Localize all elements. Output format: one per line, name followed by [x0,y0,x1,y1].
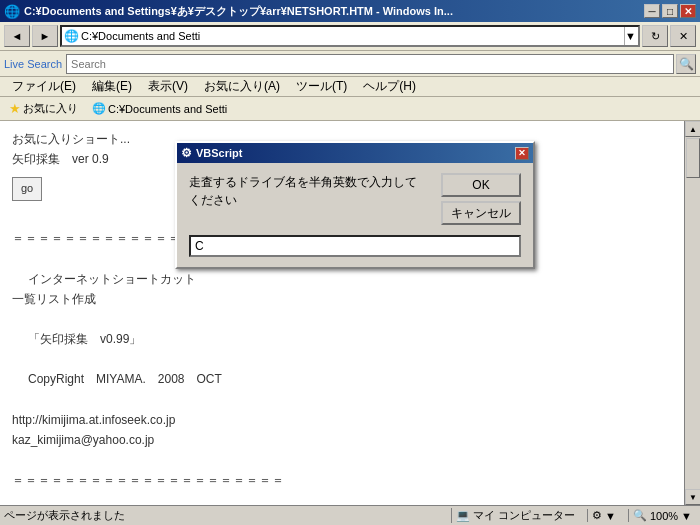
menu-file[interactable]: ファイル(E) [4,76,84,97]
zoom-arrow: ▼ [681,510,692,522]
computer-section: 💻 マイ コンピューター [451,508,579,523]
ie-icon: 🌐 [4,3,20,19]
menu-tools[interactable]: ツール(T) [288,76,355,97]
stop-button[interactable]: ✕ [670,25,696,47]
zoom-icon: 🔍 [633,509,647,522]
search-bar: Live Search 🔍 [0,50,700,76]
address-dropdown[interactable]: ▼ [624,27,636,45]
search-input-box[interactable] [66,54,674,74]
close-button[interactable]: ✕ [680,4,696,18]
copyright: CopyRight MIYAMA. 2008 OCT [12,370,672,389]
fav-label-1: C:¥Documents and Setti [108,103,227,115]
restore-button[interactable]: □ [662,4,678,18]
section-sub: 一覧リスト作成 [12,290,672,309]
settings-arrow: ▼ [605,510,616,522]
zoom-label: 100% [650,510,678,522]
window-title: C:¥Documents and Settings¥あ¥デスクトップ¥arr¥N… [24,4,644,19]
app-title: 「矢印採集 v0.99」 [12,330,672,349]
status-text: ページが表示されました [4,508,447,523]
dialog-close-button[interactable]: ✕ [515,147,529,160]
settings-icon: ⚙ [592,509,602,522]
dialog-title-text: VBScript [196,147,515,159]
content-area: お気に入りショート... 矢印採集 ver 0.9 go ＝＝＝＝＝＝＝＝＝＝＝… [0,121,700,505]
status-right: 💻 マイ コンピューター ⚙ ▼ 🔍 100% ▼ [451,508,696,523]
live-search-label: Live Search [4,58,62,70]
dialog-body: 走査するドライブ名を半角英数で入力して ください OK キャンセル [177,163,533,235]
favorites-label: お気に入り [23,101,78,116]
dialog-message-line2: ください [189,191,431,209]
menu-help[interactable]: ヘルプ(H) [355,76,424,97]
menu-bar: ファイル(E) 編集(E) 表示(V) お気に入り(A) ツール(T) ヘルプ(… [0,77,700,97]
favorites-button[interactable]: ★ お気に入り [4,100,83,118]
dialog-buttons: OK キャンセル [441,173,521,225]
fav-item-1[interactable]: 🌐 C:¥Documents and Setti [87,100,232,118]
search-input[interactable] [71,58,669,70]
address-text: C:¥Documents and Setti [81,30,622,42]
menu-view[interactable]: 表示(V) [140,76,196,97]
favorites-bar: ★ お気に入り 🌐 C:¥Documents and Setti [0,97,700,121]
status-bar: ページが表示されました 💻 マイ コンピューター ⚙ ▼ 🔍 100% ▼ [0,505,700,525]
fav-icon-1: 🌐 [92,102,106,115]
zoom-section[interactable]: 🔍 100% ▼ [628,509,696,522]
dialog-input-area [177,235,533,267]
title-bar: 🌐 C:¥Documents and Settings¥あ¥デスクトップ¥arr… [0,0,700,22]
nav-bar: ◄ ► 🌐 C:¥Documents and Setti ▼ ↻ ✕ [0,22,700,50]
equals-line-2: ＝＝＝＝＝＝＝＝＝＝＝＝＝＝＝＝＝＝＝＝＝ [12,471,672,490]
scroll-up-button[interactable]: ▲ [685,121,700,137]
toolbar-area: ◄ ► 🌐 C:¥Documents and Setti ▼ ↻ ✕ Live … [0,22,700,77]
computer-label: マイ コンピューター [473,508,575,523]
settings-section[interactable]: ⚙ ▼ [587,509,620,522]
dialog-message-line1: 走査するドライブ名を半角英数で入力して [189,173,431,191]
forward-button[interactable]: ► [32,25,58,47]
dialog-title-icon: ⚙ [181,146,192,160]
star-icon: ★ [9,101,21,116]
refresh-button[interactable]: ↻ [642,25,668,47]
scroll-thumb[interactable] [686,138,700,178]
dialog-input[interactable] [189,235,521,257]
url2: kaz_kimijima@yahoo.co.jp [12,431,672,450]
dialog-message: 走査するドライブ名を半角英数で入力して ください [189,173,431,225]
computer-icon: 💻 [456,509,470,522]
dialog-cancel-button[interactable]: キャンセル [441,201,521,225]
scroll-down-button[interactable]: ▼ [685,489,700,505]
title-bar-buttons: ─ □ ✕ [644,4,696,18]
minimize-button[interactable]: ─ [644,4,660,18]
address-favicon: 🌐 [64,29,79,43]
vbs-dialog[interactable]: ⚙ VBScript ✕ 走査するドライブ名を半角英数で入力して ください OK… [175,141,535,269]
go-box[interactable]: go [12,177,42,201]
dialog-ok-button[interactable]: OK [441,173,521,197]
search-button[interactable]: 🔍 [676,54,696,74]
menu-edit[interactable]: 編集(E) [84,76,140,97]
address-bar[interactable]: 🌐 C:¥Documents and Setti ▼ [60,25,640,47]
dialog-title-bar: ⚙ VBScript ✕ [177,143,533,163]
ie-window: 🌐 C:¥Documents and Settings¥あ¥デスクトップ¥arr… [0,0,700,525]
url1: http://kimijima.at.infoseek.co.jp [12,411,672,430]
scroll-track[interactable] [685,179,700,489]
back-button[interactable]: ◄ [4,25,30,47]
section-title: インターネットショートカット [12,270,672,289]
scrollbar-vertical[interactable]: ▲ ▼ [684,121,700,505]
menu-favorites[interactable]: お気に入り(A) [196,76,288,97]
